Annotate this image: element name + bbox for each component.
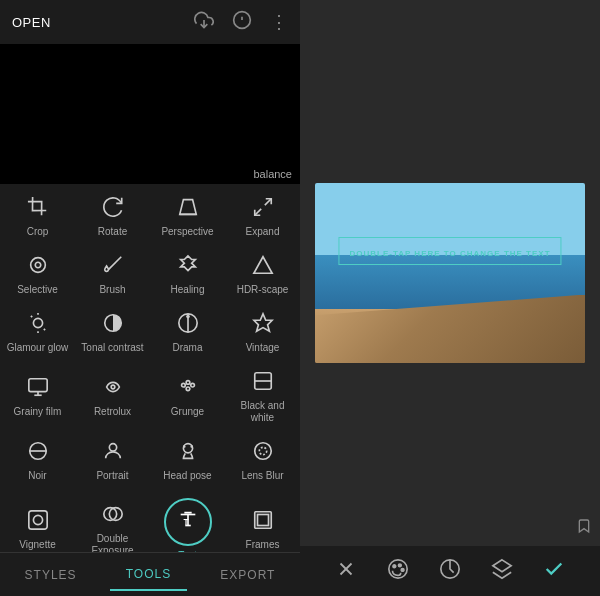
photo-background: DOUBLE-TAP HERE TO CHANGE THE TEXT: [315, 183, 585, 363]
svg-line-7: [254, 209, 260, 215]
palette-button[interactable]: [387, 558, 409, 585]
rotate-icon: [102, 196, 124, 222]
tool-doubleexp[interactable]: Double Exposure: [75, 490, 150, 552]
svg-rect-20: [28, 379, 46, 392]
bookmark-icon[interactable]: [576, 518, 592, 538]
grunge-icon: [177, 376, 199, 402]
tab-tools[interactable]: TOOLS: [110, 559, 187, 591]
svg-point-26: [190, 383, 194, 387]
tool-portrait[interactable]: Portrait: [75, 432, 150, 490]
frames-icon: [252, 509, 274, 535]
svg-marker-11: [253, 257, 271, 274]
text-overlay[interactable]: DOUBLE-TAP HERE TO CHANGE THE TEXT: [338, 237, 561, 265]
perspective-icon: [177, 196, 199, 222]
tool-grainy-label: Grainy film: [14, 406, 62, 418]
tool-drama[interactable]: Drama: [150, 304, 225, 362]
tool-crop-label: Crop: [27, 226, 49, 238]
tool-retrolux[interactable]: Retrolux: [75, 362, 150, 432]
tool-brush[interactable]: Brush: [75, 246, 150, 304]
selective-icon: [27, 254, 49, 280]
retrolux-icon: [102, 376, 124, 402]
layers-button[interactable]: [491, 558, 513, 585]
text-icon: T: [177, 509, 199, 535]
svg-point-51: [398, 563, 401, 566]
tool-glamour[interactable]: Glamour glow: [0, 304, 75, 362]
bottom-tabs: STYLES TOOLS EXPORT: [0, 552, 300, 596]
tool-vintage[interactable]: Vintage: [225, 304, 300, 362]
svg-text:T: T: [183, 518, 188, 527]
right-panel: DOUBLE-TAP HERE TO CHANGE THE TEXT: [300, 0, 600, 596]
vintage-icon: [252, 312, 274, 338]
svg-point-32: [183, 444, 192, 453]
info-icon[interactable]: [232, 10, 252, 35]
svg-line-16: [43, 329, 44, 330]
svg-marker-53: [493, 559, 511, 571]
tool-headpose-label: Head pose: [163, 470, 211, 482]
tool-frames[interactable]: Frames: [225, 490, 300, 552]
svg-point-50: [393, 564, 396, 567]
svg-point-18: [186, 315, 190, 319]
headpose-icon: [177, 440, 199, 466]
tool-crop[interactable]: Crop: [0, 188, 75, 246]
tool-noir-label: Noir: [28, 470, 46, 482]
confirm-button[interactable]: [543, 558, 565, 585]
svg-marker-4: [179, 200, 196, 215]
brush-icon: [102, 254, 124, 280]
portrait-icon: [102, 440, 124, 466]
overlay-text: DOUBLE-TAP HERE TO CHANGE THE TEXT: [349, 249, 550, 258]
tool-text[interactable]: T Text: [150, 490, 225, 552]
tool-healing[interactable]: Healing: [150, 246, 225, 304]
cancel-button[interactable]: [335, 558, 357, 585]
svg-line-10: [108, 257, 121, 270]
tool-hdr-label: HDR-scape: [237, 284, 289, 296]
tool-vignette[interactable]: Vignette: [0, 490, 75, 552]
bottom-actions: [300, 546, 600, 596]
tools-grid: Crop Rotate Perspective: [0, 184, 300, 552]
noir-icon: [27, 440, 49, 466]
open-button[interactable]: OPEN: [12, 15, 51, 30]
lensblur-icon: [252, 440, 274, 466]
more-icon[interactable]: ⋮: [270, 11, 288, 33]
tool-rotate[interactable]: Rotate: [75, 188, 150, 246]
tool-portrait-label: Portrait: [96, 470, 128, 482]
svg-point-35: [254, 443, 271, 460]
tool-expand[interactable]: Expand: [225, 188, 300, 246]
tool-perspective-label: Perspective: [161, 226, 213, 238]
adjust-button[interactable]: [439, 558, 461, 585]
tool-selective[interactable]: Selective: [0, 246, 75, 304]
svg-line-6: [264, 199, 270, 205]
tool-tonal[interactable]: Tonal contrast: [75, 304, 150, 362]
tab-export[interactable]: EXPORT: [204, 560, 291, 590]
svg-point-25: [186, 381, 190, 385]
photo-container: DOUBLE-TAP HERE TO CHANGE THE TEXT: [315, 183, 585, 363]
tool-noir[interactable]: Noir: [0, 432, 75, 490]
top-icons: ⋮: [194, 10, 288, 35]
drama-icon: [177, 312, 199, 338]
preview-area: balance: [0, 44, 300, 184]
image-area: DOUBLE-TAP HERE TO CHANGE THE TEXT: [300, 0, 600, 546]
tool-brush-label: Brush: [99, 284, 125, 296]
share-icon[interactable]: [194, 10, 214, 35]
tool-hdr[interactable]: HDR-scape: [225, 246, 300, 304]
doubleexp-icon: [102, 503, 124, 529]
tool-grunge[interactable]: Grunge: [150, 362, 225, 432]
tool-lensblur[interactable]: Lens Blur: [225, 432, 300, 490]
tool-vintage-label: Vintage: [246, 342, 280, 354]
tool-frames-label: Frames: [246, 539, 280, 551]
tool-grainy[interactable]: Grainy film: [0, 362, 75, 432]
svg-point-27: [186, 387, 190, 391]
tab-styles[interactable]: STYLES: [9, 560, 93, 590]
tool-headpose[interactable]: Head pose: [150, 432, 225, 490]
bw-icon: [252, 370, 274, 396]
glamour-icon: [27, 312, 49, 338]
tool-glamour-label: Glamour glow: [7, 342, 69, 354]
tool-bw[interactable]: Black and white: [225, 362, 300, 432]
tool-grunge-label: Grunge: [171, 406, 204, 418]
tool-lensblur-label: Lens Blur: [241, 470, 283, 482]
tool-tonal-label: Tonal contrast: [81, 342, 143, 354]
left-panel: OPEN ⋮ balance: [0, 0, 300, 596]
tool-perspective[interactable]: Perspective: [150, 188, 225, 246]
svg-point-36: [259, 447, 266, 454]
svg-point-38: [33, 515, 42, 524]
svg-point-52: [401, 568, 404, 571]
